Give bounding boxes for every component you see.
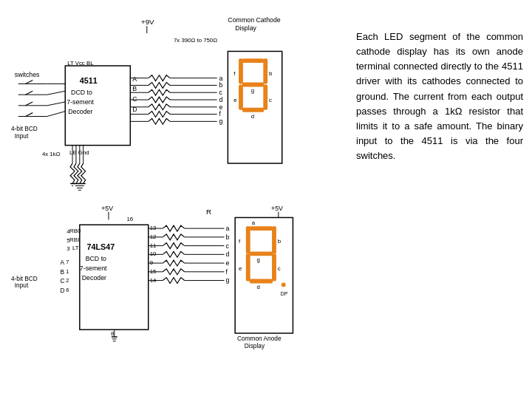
- svg-text:b: b: [219, 81, 223, 89]
- svg-text:d: d: [219, 96, 223, 103]
- svg-text:e: e: [225, 259, 229, 267]
- svg-text:g: g: [225, 276, 229, 284]
- svg-text:Decoder: Decoder: [82, 274, 106, 282]
- svg-rect-137: [272, 226, 276, 253]
- svg-text:c: c: [219, 89, 223, 96]
- svg-text:d: d: [225, 250, 229, 258]
- svg-rect-139: [246, 253, 250, 281]
- svg-text:Common Anode: Common Anode: [237, 335, 282, 342]
- svg-text:DCD to: DCD to: [71, 89, 92, 96]
- svg-rect-50: [228, 51, 282, 163]
- description-text: Each LED segment of the common cathode d…: [356, 30, 523, 163]
- svg-text:D: D: [132, 106, 137, 113]
- svg-rect-51: [242, 58, 264, 63]
- svg-text:6: 6: [66, 287, 69, 293]
- svg-text:14: 14: [150, 277, 157, 284]
- svg-text:A: A: [60, 259, 64, 266]
- svg-line-27: [47, 102, 65, 106]
- svg-text:c: c: [269, 97, 272, 103]
- svg-text:12: 12: [150, 233, 157, 240]
- svg-text:9: 9: [150, 259, 153, 266]
- svg-text:b: b: [225, 233, 229, 241]
- svg-rect-136: [246, 226, 250, 253]
- svg-text:7: 7: [66, 259, 69, 265]
- svg-text:f: f: [219, 110, 222, 117]
- svg-text:A: A: [132, 75, 137, 83]
- svg-text:e: e: [239, 265, 242, 272]
- description-area: Each LED segment of the common cathode d…: [347, 0, 532, 399]
- svg-text:g: g: [219, 117, 223, 125]
- svg-text:Display: Display: [245, 342, 265, 349]
- svg-rect-52: [239, 58, 243, 83]
- svg-rect-57: [242, 108, 264, 112]
- svg-rect-56: [263, 84, 267, 109]
- svg-text:7-sement: 7-sement: [80, 265, 107, 272]
- svg-text:B: B: [60, 268, 64, 276]
- svg-text:f: f: [225, 268, 228, 276]
- svg-text:Display: Display: [235, 24, 256, 32]
- svg-text:a: a: [225, 225, 229, 232]
- svg-text:LT: LT: [72, 245, 79, 251]
- svg-rect-135: [250, 226, 273, 231]
- svg-text:LT  Vcc  BL: LT Vcc BL: [67, 60, 94, 66]
- svg-line-28: [47, 112, 65, 117]
- svg-text:7x 390Ω to 750Ω: 7x 390Ω to 750Ω: [174, 37, 217, 44]
- svg-text:C: C: [132, 95, 137, 103]
- svg-rect-138: [250, 251, 273, 256]
- svg-text:d: d: [256, 284, 259, 290]
- svg-text:4-bit BCD: 4-bit BCD: [11, 275, 38, 282]
- svg-rect-54: [242, 83, 264, 87]
- svg-rect-134: [235, 217, 293, 333]
- svg-rect-140: [272, 253, 276, 281]
- svg-text:d: d: [251, 113, 254, 120]
- svg-text:BCD to: BCD to: [86, 255, 106, 262]
- svg-text:+9V: +9V: [141, 18, 154, 26]
- svg-text:e: e: [233, 97, 236, 103]
- svg-text:a: a: [219, 75, 223, 82]
- svg-rect-141: [250, 279, 273, 284]
- svg-text:DP: DP: [281, 291, 288, 296]
- svg-text:b: b: [269, 70, 273, 77]
- svg-text:13: 13: [150, 225, 157, 231]
- svg-text:Input: Input: [15, 132, 29, 140]
- svg-text:+5V: +5V: [101, 205, 113, 212]
- svg-text:c: c: [278, 265, 281, 272]
- svg-text:Input: Input: [15, 282, 29, 289]
- svg-text:g: g: [251, 87, 254, 94]
- svg-line-11: [25, 91, 33, 95]
- svg-text:10: 10: [150, 250, 157, 257]
- svg-text:2: 2: [66, 277, 69, 284]
- svg-text:74LS47: 74LS47: [87, 242, 115, 251]
- svg-line-13: [25, 113, 33, 117]
- svg-text:4-bit BCD: 4-bit BCD: [11, 125, 38, 132]
- svg-line-10: [25, 81, 33, 84]
- svg-text:1: 1: [66, 268, 69, 275]
- svg-text:15: 15: [150, 268, 157, 275]
- svg-text:8: 8: [111, 330, 114, 337]
- svg-text:a: a: [252, 219, 256, 226]
- svg-text:11: 11: [150, 242, 157, 249]
- svg-text:+5V: +5V: [271, 205, 283, 212]
- svg-text:7-sement: 7-sement: [66, 98, 94, 106]
- diagram-area: +9V Common Cathode Display 7x 390Ω to 75…: [0, 0, 347, 399]
- circuit-diagram: +9V Common Cathode Display 7x 390Ω to 75…: [7, 7, 340, 392]
- svg-line-26: [47, 91, 65, 95]
- svg-text:Common Cathode: Common Cathode: [228, 16, 280, 24]
- svg-text:D: D: [60, 287, 64, 294]
- svg-text:c: c: [225, 242, 229, 250]
- svg-point-142: [282, 283, 286, 287]
- svg-text:16: 16: [126, 216, 133, 222]
- svg-text:4x 1kΩ: 4x 1kΩ: [42, 151, 61, 157]
- svg-rect-53: [263, 58, 267, 83]
- svg-text:B: B: [132, 85, 137, 92]
- svg-text:b: b: [278, 238, 282, 245]
- svg-text:g: g: [256, 256, 259, 263]
- svg-text:4511: 4511: [80, 76, 98, 85]
- svg-text:RB0: RB0: [69, 228, 81, 234]
- svg-text:R: R: [206, 208, 211, 216]
- svg-text:RBI: RBI: [69, 236, 79, 243]
- svg-text:C: C: [60, 277, 64, 284]
- svg-text:3: 3: [66, 245, 69, 252]
- svg-text:switches: switches: [15, 71, 40, 78]
- svg-text:e: e: [219, 103, 223, 111]
